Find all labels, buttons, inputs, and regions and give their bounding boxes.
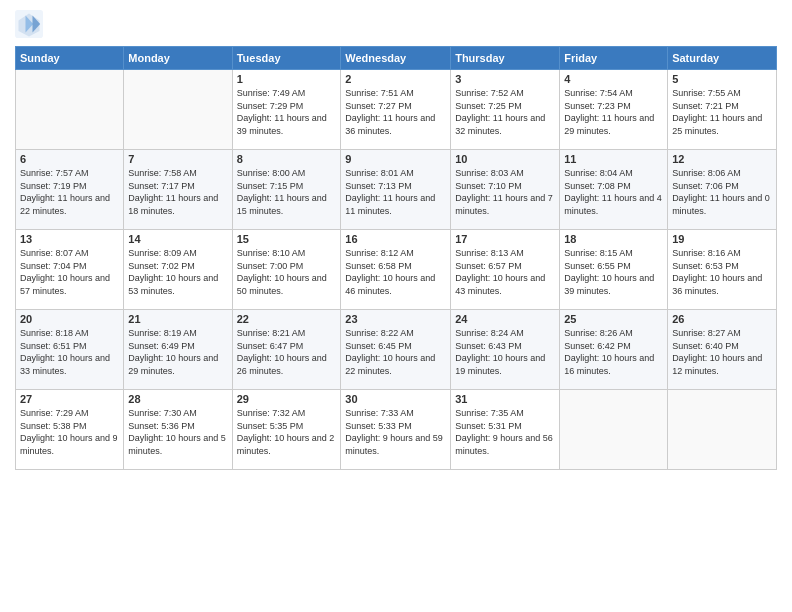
day-number: 22: [237, 313, 337, 325]
calendar-cell: [124, 70, 232, 150]
calendar-cell: 20Sunrise: 8:18 AMSunset: 6:51 PMDayligh…: [16, 310, 124, 390]
calendar-cell: 1Sunrise: 7:49 AMSunset: 7:29 PMDaylight…: [232, 70, 341, 150]
day-info: Sunrise: 8:00 AMSunset: 7:15 PMDaylight:…: [237, 167, 337, 217]
calendar-cell: 23Sunrise: 8:22 AMSunset: 6:45 PMDayligh…: [341, 310, 451, 390]
day-info: Sunrise: 8:03 AMSunset: 7:10 PMDaylight:…: [455, 167, 555, 217]
day-info: Sunrise: 8:07 AMSunset: 7:04 PMDaylight:…: [20, 247, 119, 297]
day-number: 14: [128, 233, 227, 245]
calendar-table: SundayMondayTuesdayWednesdayThursdayFrid…: [15, 46, 777, 470]
logo: [15, 10, 47, 38]
weekday-header-row: SundayMondayTuesdayWednesdayThursdayFrid…: [16, 47, 777, 70]
calendar-cell: 15Sunrise: 8:10 AMSunset: 7:00 PMDayligh…: [232, 230, 341, 310]
weekday-header-friday: Friday: [560, 47, 668, 70]
day-number: 19: [672, 233, 772, 245]
calendar-cell: 14Sunrise: 8:09 AMSunset: 7:02 PMDayligh…: [124, 230, 232, 310]
week-row-4: 27Sunrise: 7:29 AMSunset: 5:38 PMDayligh…: [16, 390, 777, 470]
day-number: 10: [455, 153, 555, 165]
calendar-cell: 3Sunrise: 7:52 AMSunset: 7:25 PMDaylight…: [451, 70, 560, 150]
calendar-cell: [16, 70, 124, 150]
calendar-cell: 8Sunrise: 8:00 AMSunset: 7:15 PMDaylight…: [232, 150, 341, 230]
weekday-header-monday: Monday: [124, 47, 232, 70]
weekday-header-tuesday: Tuesday: [232, 47, 341, 70]
day-number: 3: [455, 73, 555, 85]
day-info: Sunrise: 7:29 AMSunset: 5:38 PMDaylight:…: [20, 407, 119, 457]
day-info: Sunrise: 8:15 AMSunset: 6:55 PMDaylight:…: [564, 247, 663, 297]
day-info: Sunrise: 7:55 AMSunset: 7:21 PMDaylight:…: [672, 87, 772, 137]
day-number: 4: [564, 73, 663, 85]
calendar-cell: 12Sunrise: 8:06 AMSunset: 7:06 PMDayligh…: [668, 150, 777, 230]
day-info: Sunrise: 7:54 AMSunset: 7:23 PMDaylight:…: [564, 87, 663, 137]
calendar-cell: 2Sunrise: 7:51 AMSunset: 7:27 PMDaylight…: [341, 70, 451, 150]
day-info: Sunrise: 8:01 AMSunset: 7:13 PMDaylight:…: [345, 167, 446, 217]
calendar-cell: 25Sunrise: 8:26 AMSunset: 6:42 PMDayligh…: [560, 310, 668, 390]
calendar-cell: 4Sunrise: 7:54 AMSunset: 7:23 PMDaylight…: [560, 70, 668, 150]
logo-icon: [15, 10, 43, 38]
day-info: Sunrise: 8:22 AMSunset: 6:45 PMDaylight:…: [345, 327, 446, 377]
day-number: 16: [345, 233, 446, 245]
day-info: Sunrise: 7:51 AMSunset: 7:27 PMDaylight:…: [345, 87, 446, 137]
day-info: Sunrise: 7:32 AMSunset: 5:35 PMDaylight:…: [237, 407, 337, 457]
day-number: 5: [672, 73, 772, 85]
day-info: Sunrise: 7:33 AMSunset: 5:33 PMDaylight:…: [345, 407, 446, 457]
day-info: Sunrise: 8:04 AMSunset: 7:08 PMDaylight:…: [564, 167, 663, 217]
day-info: Sunrise: 8:21 AMSunset: 6:47 PMDaylight:…: [237, 327, 337, 377]
day-info: Sunrise: 7:57 AMSunset: 7:19 PMDaylight:…: [20, 167, 119, 217]
day-info: Sunrise: 7:52 AMSunset: 7:25 PMDaylight:…: [455, 87, 555, 137]
calendar-cell: 21Sunrise: 8:19 AMSunset: 6:49 PMDayligh…: [124, 310, 232, 390]
calendar-page: SundayMondayTuesdayWednesdayThursdayFrid…: [0, 0, 792, 612]
calendar-cell: 6Sunrise: 7:57 AMSunset: 7:19 PMDaylight…: [16, 150, 124, 230]
day-number: 31: [455, 393, 555, 405]
calendar-cell: 30Sunrise: 7:33 AMSunset: 5:33 PMDayligh…: [341, 390, 451, 470]
day-info: Sunrise: 8:13 AMSunset: 6:57 PMDaylight:…: [455, 247, 555, 297]
day-number: 11: [564, 153, 663, 165]
calendar-cell: 11Sunrise: 8:04 AMSunset: 7:08 PMDayligh…: [560, 150, 668, 230]
calendar-cell: 31Sunrise: 7:35 AMSunset: 5:31 PMDayligh…: [451, 390, 560, 470]
day-info: Sunrise: 8:27 AMSunset: 6:40 PMDaylight:…: [672, 327, 772, 377]
day-number: 9: [345, 153, 446, 165]
calendar-cell: [668, 390, 777, 470]
day-info: Sunrise: 7:35 AMSunset: 5:31 PMDaylight:…: [455, 407, 555, 457]
day-number: 18: [564, 233, 663, 245]
calendar-cell: 17Sunrise: 8:13 AMSunset: 6:57 PMDayligh…: [451, 230, 560, 310]
day-number: 23: [345, 313, 446, 325]
day-number: 1: [237, 73, 337, 85]
week-row-3: 20Sunrise: 8:18 AMSunset: 6:51 PMDayligh…: [16, 310, 777, 390]
day-number: 17: [455, 233, 555, 245]
day-info: Sunrise: 8:06 AMSunset: 7:06 PMDaylight:…: [672, 167, 772, 217]
calendar-cell: 16Sunrise: 8:12 AMSunset: 6:58 PMDayligh…: [341, 230, 451, 310]
calendar-cell: [560, 390, 668, 470]
calendar-cell: 10Sunrise: 8:03 AMSunset: 7:10 PMDayligh…: [451, 150, 560, 230]
calendar-cell: 19Sunrise: 8:16 AMSunset: 6:53 PMDayligh…: [668, 230, 777, 310]
day-number: 26: [672, 313, 772, 325]
day-info: Sunrise: 8:19 AMSunset: 6:49 PMDaylight:…: [128, 327, 227, 377]
day-info: Sunrise: 8:10 AMSunset: 7:00 PMDaylight:…: [237, 247, 337, 297]
day-number: 21: [128, 313, 227, 325]
day-info: Sunrise: 7:30 AMSunset: 5:36 PMDaylight:…: [128, 407, 227, 457]
calendar-cell: 28Sunrise: 7:30 AMSunset: 5:36 PMDayligh…: [124, 390, 232, 470]
calendar-cell: 9Sunrise: 8:01 AMSunset: 7:13 PMDaylight…: [341, 150, 451, 230]
day-number: 2: [345, 73, 446, 85]
calendar-cell: 26Sunrise: 8:27 AMSunset: 6:40 PMDayligh…: [668, 310, 777, 390]
day-number: 30: [345, 393, 446, 405]
calendar-cell: 5Sunrise: 7:55 AMSunset: 7:21 PMDaylight…: [668, 70, 777, 150]
day-number: 24: [455, 313, 555, 325]
day-number: 25: [564, 313, 663, 325]
day-number: 7: [128, 153, 227, 165]
calendar-cell: 24Sunrise: 8:24 AMSunset: 6:43 PMDayligh…: [451, 310, 560, 390]
day-info: Sunrise: 8:24 AMSunset: 6:43 PMDaylight:…: [455, 327, 555, 377]
header: [15, 10, 777, 38]
weekday-header-sunday: Sunday: [16, 47, 124, 70]
weekday-header-wednesday: Wednesday: [341, 47, 451, 70]
weekday-header-saturday: Saturday: [668, 47, 777, 70]
day-info: Sunrise: 8:18 AMSunset: 6:51 PMDaylight:…: [20, 327, 119, 377]
week-row-2: 13Sunrise: 8:07 AMSunset: 7:04 PMDayligh…: [16, 230, 777, 310]
day-number: 28: [128, 393, 227, 405]
day-number: 29: [237, 393, 337, 405]
day-number: 6: [20, 153, 119, 165]
week-row-1: 6Sunrise: 7:57 AMSunset: 7:19 PMDaylight…: [16, 150, 777, 230]
day-number: 12: [672, 153, 772, 165]
calendar-cell: 22Sunrise: 8:21 AMSunset: 6:47 PMDayligh…: [232, 310, 341, 390]
day-number: 20: [20, 313, 119, 325]
day-info: Sunrise: 8:12 AMSunset: 6:58 PMDaylight:…: [345, 247, 446, 297]
calendar-cell: 13Sunrise: 8:07 AMSunset: 7:04 PMDayligh…: [16, 230, 124, 310]
